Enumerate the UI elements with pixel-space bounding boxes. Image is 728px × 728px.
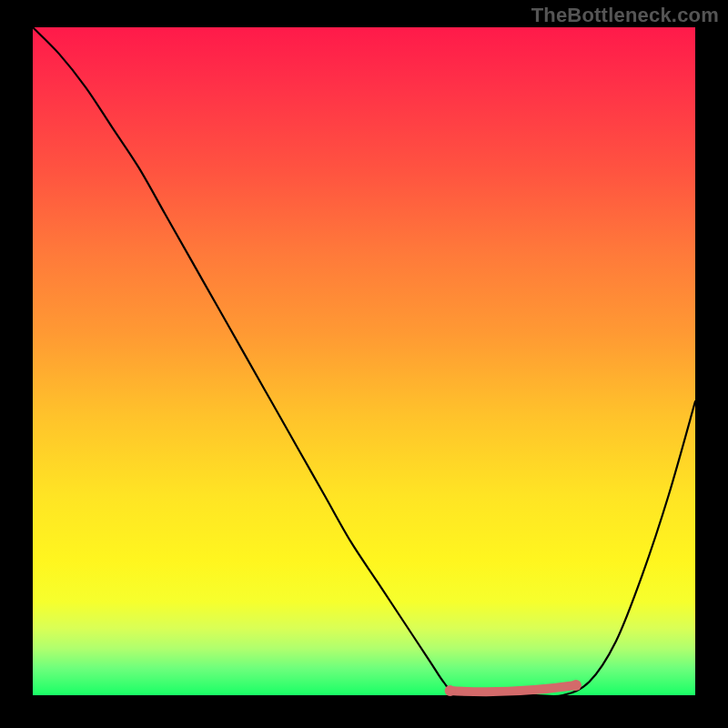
optimal-range-end-dot bbox=[571, 680, 581, 691]
optimal-range-start-dot bbox=[445, 685, 456, 696]
plot-area bbox=[33, 27, 695, 695]
watermark-label: TheBottleneck.com bbox=[531, 4, 719, 27]
optimal-range-highlight bbox=[450, 685, 576, 692]
bottleneck-curve bbox=[33, 27, 695, 696]
chart-frame: TheBottleneck.com bbox=[0, 0, 728, 728]
bottleneck-curve-svg bbox=[33, 27, 695, 695]
